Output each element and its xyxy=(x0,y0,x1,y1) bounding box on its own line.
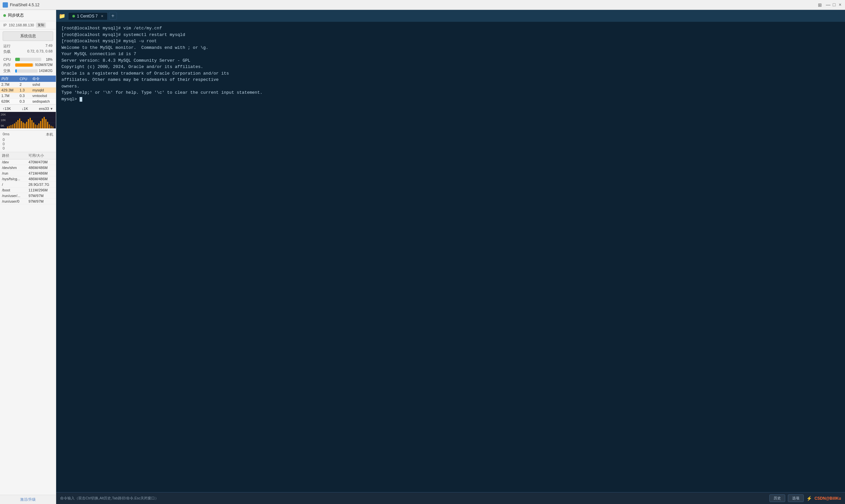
tab-add-button[interactable]: + xyxy=(109,12,117,20)
network-section: ↑13K ↓1K ens33 ▼ 26K 18K 9K xyxy=(0,104,56,130)
svg-rect-12 xyxy=(28,119,29,128)
disk-path: /run/user/... xyxy=(0,193,27,199)
swap-stat-row: 交换 141M/2G xyxy=(3,68,53,73)
proc-command: vmtoolsd xyxy=(31,93,56,99)
proc-memory: 628K xyxy=(0,99,18,104)
sidebar-bottom: 激活/升级 xyxy=(0,495,56,504)
disk-path: /run xyxy=(0,170,27,176)
process-row: 2.7M 2 sshd xyxy=(0,82,56,88)
running-info: 运行 7:49 负载 0.72, 0.73, 0.68 xyxy=(0,43,56,56)
svg-rect-13 xyxy=(30,118,31,128)
swap-value: 141M/2G xyxy=(39,69,53,73)
disk-row: /run/user/... 97M/97M xyxy=(0,193,56,199)
tab-close-icon[interactable]: × xyxy=(101,14,103,18)
network-interface: ens33 xyxy=(39,107,49,111)
load-label: 负载 xyxy=(3,49,11,54)
disk-path: /dev xyxy=(0,159,27,165)
svg-rect-4 xyxy=(14,123,15,128)
proc-memory: 1.7M xyxy=(0,93,18,99)
terminal-line: Copyright (c) 2000, 2024, Oracle and/or … xyxy=(62,64,840,70)
terminal-line: Welcome to the MySQL monitor. Commands e… xyxy=(62,44,840,51)
memory-bar xyxy=(15,64,33,67)
svg-rect-24 xyxy=(49,124,50,128)
cpu-percent: 18% xyxy=(42,58,53,61)
disk-row: / 28.9G/37.7G xyxy=(0,182,56,187)
latency-label: 0ms xyxy=(3,132,10,137)
svg-rect-2 xyxy=(11,125,12,128)
maximize-button[interactable]: □ xyxy=(832,2,837,7)
disk-size: 486M/486M xyxy=(27,176,56,182)
activate-button[interactable]: 激活/升级 xyxy=(3,497,53,502)
terminal[interactable]: [root@localhost mysql]# vim /etc/my.cnf[… xyxy=(56,22,845,492)
proc-cpu: 1.3 xyxy=(18,88,31,93)
load-value: 0.72, 0.73, 0.68 xyxy=(28,49,53,54)
proc-memory: 2.7M xyxy=(0,82,18,88)
svg-rect-3 xyxy=(12,124,13,128)
svg-rect-7 xyxy=(19,119,20,128)
tab-centos7[interactable]: 1 CentOS 7 × xyxy=(68,12,108,20)
options-button[interactable]: 选项 xyxy=(788,494,804,502)
running-value: 7:49 xyxy=(46,43,53,49)
disk-path: / xyxy=(0,182,27,187)
interface-dropdown-icon[interactable]: ▼ xyxy=(50,107,53,111)
window-controls: ⊞ — □ × xyxy=(818,2,842,7)
latency-host: 本机 xyxy=(46,132,53,137)
disk-size: 471M/486M xyxy=(27,170,56,176)
memory-bar-container xyxy=(15,64,34,67)
process-row: 429.3M 1.3 mysqld xyxy=(0,88,56,93)
terminal-line: Your MySQL connection id is 7 xyxy=(62,51,840,57)
sync-dot xyxy=(3,14,6,17)
bottom-bar-right: 历史 选项 ⚡ CSDN@BillKu xyxy=(769,494,841,502)
proc-command: sedispatch xyxy=(31,99,56,104)
minimize-button[interactable]: — xyxy=(826,2,830,7)
svg-rect-6 xyxy=(18,120,18,128)
history-button[interactable]: 历史 xyxy=(769,494,785,502)
title-bar-left: FinalShell 4.5.12 xyxy=(3,2,39,7)
svg-rect-20 xyxy=(42,119,43,128)
svg-rect-22 xyxy=(45,119,46,128)
terminal-line: Type 'help;' or '\h' for help. Type '\c'… xyxy=(62,89,840,96)
memory-value: 910M/972M xyxy=(35,63,53,67)
disk-size: 486M/486M xyxy=(27,165,56,170)
terminal-line: owners. xyxy=(62,83,840,90)
terminal-line: [root@localhost mysql]# systemctl restar… xyxy=(62,32,840,38)
disk-path: /run/user/0 xyxy=(0,199,27,204)
terminal-line: mysql> xyxy=(62,96,840,103)
cpu-bar-container xyxy=(15,58,41,61)
copy-ip-button[interactable]: 复制 xyxy=(36,22,46,28)
sync-status: 同步状态 xyxy=(0,10,56,21)
content-area: 📁 1 CentOS 7 × + [root@localhost mysql]#… xyxy=(56,10,845,504)
svg-rect-26 xyxy=(52,126,53,128)
disk-size: 28.9G/37.7G xyxy=(27,182,56,187)
disk-row: /run 471M/486M xyxy=(0,170,56,176)
terminal-line: Oracle is a registered trademark of Orac… xyxy=(62,70,840,77)
title-bar: FinalShell 4.5.12 ⊞ — □ × xyxy=(0,0,845,10)
svg-rect-1 xyxy=(8,126,10,128)
tab-status-dot xyxy=(72,15,75,18)
process-table: 内存 CPU 命令 2.7M 2 sshd 429.3M 1.3 mysqld … xyxy=(0,76,56,104)
latency-val-3: 0 xyxy=(3,146,53,150)
sysinfo-button[interactable]: 系统信息 xyxy=(3,31,53,41)
cpu-stat-row: CPU 18% xyxy=(3,57,53,61)
system-stats: CPU 18% 内存 910M/972M 交换 141M/2G xyxy=(0,56,56,76)
disk-section: 路径 可用/大小 /dev 470M/470M /dev/shm 486M/48… xyxy=(0,152,56,495)
disk-header-path: 路径 xyxy=(0,152,27,159)
sync-label: 同步状态 xyxy=(8,13,24,18)
disk-size: 97M/97M xyxy=(27,193,56,199)
close-button[interactable]: × xyxy=(838,2,842,7)
svg-rect-17 xyxy=(37,125,38,128)
svg-rect-10 xyxy=(24,123,25,128)
svg-rect-15 xyxy=(33,123,34,128)
latency-section: 0ms 本机 0 0 0 xyxy=(0,130,56,152)
ip-value: 192.168.88.130 xyxy=(8,23,34,27)
svg-rect-18 xyxy=(38,123,39,128)
disk-table: 路径 可用/大小 /dev 470M/470M /dev/shm 486M/48… xyxy=(0,152,56,204)
process-row: 628K 0.3 sedispatch xyxy=(0,99,56,104)
disk-path: /dev/shm xyxy=(0,165,27,170)
proc-memory: 429.3M xyxy=(0,88,18,93)
tab-label: 1 CentOS 7 xyxy=(77,14,98,18)
memory-stat-row: 内存 910M/972M xyxy=(3,62,53,67)
network-graph-svg xyxy=(0,112,56,128)
net-level-3: 9K xyxy=(1,124,6,127)
svg-rect-25 xyxy=(51,126,52,128)
